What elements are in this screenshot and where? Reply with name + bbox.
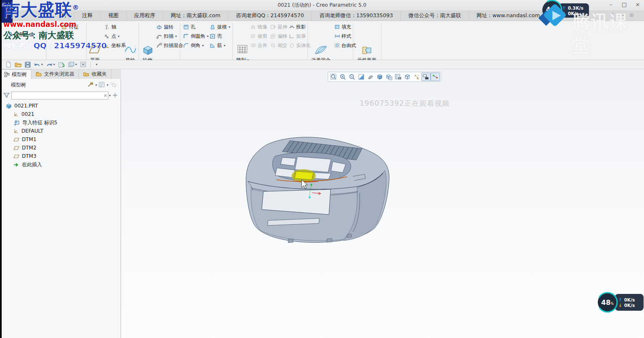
rib-button[interactable]: 筋▾ [210, 41, 226, 50]
sweep-blend-icon [156, 43, 162, 48]
sweep-blend-button[interactable]: 扫描混合 [156, 41, 183, 50]
tree-filters-caret[interactable]: ▾ [107, 83, 108, 87]
minimize-button[interactable]: – [607, 1, 615, 8]
tab-applications[interactable]: 应用程序 [127, 11, 163, 21]
spin-center-button[interactable] [431, 73, 440, 81]
datum-display-filters-button[interactable]: x [412, 73, 421, 81]
tab-folder-browser[interactable]: 文件夹浏览器 [32, 69, 79, 79]
close-button[interactable]: × [634, 1, 641, 8]
graphics-area[interactable]: x 196075392正在观看视频 [121, 69, 644, 338]
repaint-button[interactable] [357, 73, 366, 81]
insert-here-icon [13, 162, 19, 167]
tree-settings-caret[interactable]: ▾ [95, 83, 97, 87]
quick-access-toolbar: ▾ ▾ ▾ ▾ [0, 60, 644, 69]
video-letterbox-edge [0, 0, 2, 338]
transparent-box-button[interactable] [403, 73, 412, 81]
tree-row-dtm3[interactable]: DTM3 [13, 152, 37, 160]
offset-button[interactable]: 偏移 [271, 32, 287, 40]
open-button[interactable] [15, 62, 21, 68]
display-style-button[interactable] [375, 73, 384, 81]
regenerate-active-button[interactable] [58, 62, 65, 68]
tab-website2[interactable]: 网址：www.nandasl.com [469, 11, 548, 21]
merge-button[interactable]: 合并 [250, 41, 267, 50]
new-file-button[interactable] [6, 61, 11, 68]
filter-funnel-icon[interactable] [3, 92, 10, 98]
tab-website1[interactable]: 网址：南大盛联.com [163, 11, 229, 21]
tree-settings-icon[interactable] [87, 82, 94, 88]
model-3d-view[interactable] [235, 134, 403, 256]
model-tree-header: 模型树 [11, 81, 26, 89]
trim-button[interactable]: 修剪 [250, 32, 267, 40]
tree-row-dtm2[interactable]: DTM2 [13, 144, 37, 152]
pattern-icon [237, 45, 249, 55]
hole-button[interactable]: 孔 [183, 23, 196, 31]
thicken-button[interactable]: 加厚 [289, 32, 306, 40]
selected-surface-highlight[interactable] [294, 171, 313, 180]
shading-style-button[interactable] [366, 73, 375, 81]
application-window: 0021 (活动的) - Creo Parametric 5.0 – □ × 析… [0, 0, 644, 338]
revolve-button[interactable]: 旋转 [156, 23, 173, 31]
draft-button[interactable]: 拔模▾ [210, 23, 230, 31]
saved-orientations-button[interactable] [384, 73, 394, 81]
fill-button[interactable]: 填充 [334, 23, 351, 31]
solidify-button[interactable]: 实体化 [289, 41, 311, 50]
sweep-icon [156, 34, 162, 39]
intersect-button[interactable]: 相交 [271, 41, 287, 50]
rib-icon [210, 43, 216, 48]
tab-view[interactable]: 视图 [101, 11, 127, 21]
datum-point-button[interactable]: 点▾ [104, 32, 120, 40]
refit-button[interactable] [329, 73, 338, 81]
window-manager-button[interactable]: ▾ [68, 62, 77, 67]
tree-row-part[interactable]: 0021.PRT [6, 102, 38, 110]
tab-public-account[interactable]: 微信公众号：南大盛联 [401, 11, 469, 21]
close-window-button[interactable] [80, 62, 86, 67]
viewer-watermark: 196075392正在观看视频 [360, 99, 449, 108]
annotation-display-button[interactable] [421, 73, 431, 81]
tab-wechat[interactable]: 咨询老师微信：13590335093 [312, 11, 401, 21]
tree-row-default-csys[interactable]: DEFAULT [13, 127, 43, 135]
undo-button[interactable]: ▾ [34, 62, 43, 67]
tree-row-import-feature[interactable]: 导入特征 标识5 [13, 118, 57, 127]
save-button[interactable] [25, 62, 31, 68]
point-icon [104, 34, 110, 39]
round-button[interactable]: 倒圆角▾ [183, 32, 209, 40]
axis-icon [104, 24, 110, 30]
tree-row-insert-here[interactable]: 在此插入 [13, 160, 42, 169]
datum-axis-button[interactable]: 轴 [104, 23, 116, 31]
filter-add-button[interactable]: + [112, 92, 118, 99]
freestyle-button[interactable]: 自由式 [334, 41, 356, 50]
style-button[interactable]: 样式 [334, 32, 351, 40]
graphics-toolbar: x [328, 72, 441, 82]
datum-plane-icon [13, 146, 19, 150]
csys-marker-cyan [309, 197, 311, 199]
sweep-button[interactable]: 扫描▾ [156, 32, 177, 40]
filter-caret[interactable]: ▾ [109, 94, 110, 97]
zoom-in-button[interactable] [338, 73, 347, 81]
tree-row-dtm1[interactable]: DTM1 [13, 135, 37, 144]
maximize-button[interactable]: □ [620, 1, 628, 8]
mirror-button[interactable]: 镜像 [250, 23, 267, 31]
sketch-icon [124, 45, 137, 55]
model-tree-panel: 模型树 ▾ ▾ × ▾ + 0021.PRT 0021 [0, 79, 121, 338]
tab-model-tree[interactable]: 模型树 [0, 69, 32, 79]
zoom-out-button[interactable] [347, 73, 357, 81]
tab-favorites[interactable]: 收藏夹 [79, 69, 111, 79]
tab-qq[interactable]: 咨询老师QQ：2145974570 [229, 11, 312, 21]
view-manager-button[interactable] [394, 73, 403, 81]
mirror-icon [250, 24, 256, 29]
customize-toolbar-caret[interactable]: ▾ [95, 63, 97, 66]
watermark-public-account: 公众号：南大盛联 [3, 29, 74, 41]
chamfer-button[interactable]: 倒角▾ [183, 41, 204, 50]
redo-button[interactable]: ▾ [46, 62, 55, 67]
tree-filter-input[interactable] [11, 92, 108, 100]
extend-button[interactable]: 延伸 [271, 23, 287, 31]
tencent-classroom-logo [536, 3, 570, 33]
tree-select-icon[interactable] [110, 82, 117, 88]
tree-filters-icon[interactable] [99, 82, 105, 88]
project-button[interactable]: 投影 [289, 23, 306, 31]
svg-text:x: x [418, 74, 419, 76]
tree-row-csys-0021[interactable]: 0021 [13, 110, 34, 118]
filter-clear-icon[interactable]: × [103, 93, 107, 98]
round-icon [183, 34, 189, 39]
shell-button[interactable]: 壳 [210, 32, 222, 40]
